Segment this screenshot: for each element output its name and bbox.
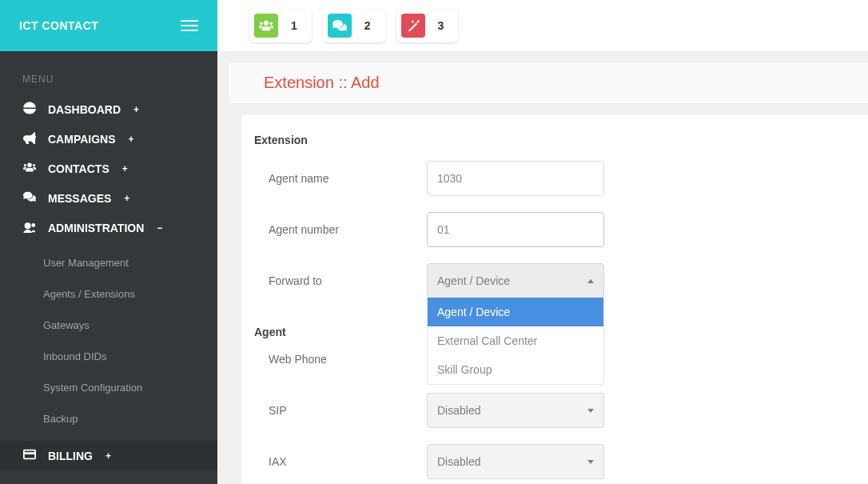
administration-submenu: User Management Agents / Extensions Gate… <box>0 242 217 441</box>
chip-value: 1 <box>291 19 297 32</box>
plus-icon: + <box>124 193 129 204</box>
chip-users[interactable]: 1 <box>249 9 312 42</box>
users-icon <box>22 161 37 176</box>
content-area: Extension :: Add Extension Agent name Ag… <box>217 51 868 484</box>
section-title-extension: Extension <box>254 134 846 146</box>
page-title: Extension :: Add <box>229 62 868 103</box>
sidebar-item-dashboard[interactable]: DASHBOARD + <box>0 94 217 124</box>
sidebar-item-label: BILLING <box>48 450 93 462</box>
iax-select[interactable]: Disabled <box>427 444 604 479</box>
sidebar-item-label: DASHBOARD <box>48 103 121 116</box>
forward-to-options: Agent / Device External Call Center Skil… <box>427 297 604 385</box>
agent-name-input[interactable] <box>427 161 604 196</box>
plus-icon: + <box>129 134 134 145</box>
row-agent-number: Agent number <box>269 212 846 247</box>
caret-up-icon <box>587 279 594 283</box>
row-forward-to: Forward to Agent / Device Agent / Device… <box>269 263 846 298</box>
comments-icon <box>22 190 37 206</box>
minus-icon: − <box>157 222 162 234</box>
sip-select[interactable]: Disabled <box>427 393 604 428</box>
sidebar-item-label: MESSAGES <box>48 192 111 205</box>
label-forward-to: Forward to <box>269 274 427 287</box>
bullhorn-icon <box>22 131 37 146</box>
plus-icon: + <box>106 450 111 462</box>
users-icon <box>254 14 278 38</box>
option-external-call-center[interactable]: External Call Center <box>428 326 603 355</box>
submenu-item-user-management[interactable]: User Management <box>0 247 217 278</box>
sidebar-header: ICT CONTACT <box>0 0 217 51</box>
caret-down-icon <box>587 460 594 464</box>
select-value: Disabled <box>437 404 480 417</box>
sidebar-item-label: CAMPAIGNS <box>48 133 116 146</box>
row-agent-name: Agent name <box>269 161 846 196</box>
cogs-icon <box>22 220 37 235</box>
submenu-item-backup[interactable]: Backup <box>0 403 217 434</box>
plus-icon: + <box>122 163 128 174</box>
submenu-item-agents-extensions[interactable]: Agents / Extensions <box>0 278 217 310</box>
submenu-item-gateways[interactable]: Gateways <box>0 310 217 341</box>
label-sip: SIP <box>269 404 427 417</box>
submenu-item-system-configuration[interactable]: System Configuration <box>0 372 217 403</box>
label-web-phone: Web Phone <box>269 353 427 366</box>
option-agent-device[interactable]: Agent / Device <box>428 298 603 326</box>
row-iax: IAX Disabled <box>269 444 846 479</box>
comments-icon <box>328 14 352 38</box>
sidebar-item-label: CONTACTS <box>48 162 109 175</box>
label-agent-number: Agent number <box>269 223 427 236</box>
label-agent-name: Agent name <box>269 172 427 185</box>
select-value: Agent / Device <box>437 274 510 287</box>
chip-messages[interactable]: 2 <box>323 9 385 42</box>
sidebar-item-contacts[interactable]: CONTACTS + <box>0 154 217 183</box>
forward-to-select[interactable]: Agent / Device <box>427 263 604 298</box>
agent-number-input[interactable] <box>427 212 604 247</box>
magic-icon <box>401 14 425 38</box>
caret-down-icon <box>587 409 594 413</box>
label-iax: IAX <box>269 455 427 468</box>
sidebar-item-administration[interactable]: ADMINISTRATION − <box>0 213 217 242</box>
select-value: Disabled <box>437 455 480 468</box>
sidebar-item-messages[interactable]: MESSAGES + <box>0 183 217 213</box>
row-sip: SIP Disabled <box>269 393 846 428</box>
sidebar-item-campaigns[interactable]: CAMPAIGNS + <box>0 124 217 154</box>
sidebar-item-label: ADMINISTRATION <box>48 222 144 234</box>
sidebar-item-billing[interactable]: BILLING + <box>0 441 217 470</box>
chip-magic[interactable]: 3 <box>396 9 459 42</box>
option-skill-group[interactable]: Skill Group <box>428 355 603 384</box>
topbar: 1 2 3 <box>217 0 868 51</box>
hamburger-icon[interactable] <box>181 19 198 32</box>
sidebar: ICT CONTACT MENU DASHBOARD + CAMPAIGNS +… <box>0 0 217 484</box>
chip-value: 2 <box>364 19 371 32</box>
dashboard-icon <box>22 102 37 117</box>
app-title: ICT CONTACT <box>19 19 98 32</box>
submenu-item-inbound-dids[interactable]: Inbound DIDs <box>0 341 217 372</box>
chip-value: 3 <box>438 19 444 32</box>
billing-icon <box>22 448 37 463</box>
form-card: Extension Agent name Agent number Forwar… <box>241 114 868 484</box>
menu-title: MENU <box>0 51 217 94</box>
plus-icon: + <box>133 104 139 115</box>
